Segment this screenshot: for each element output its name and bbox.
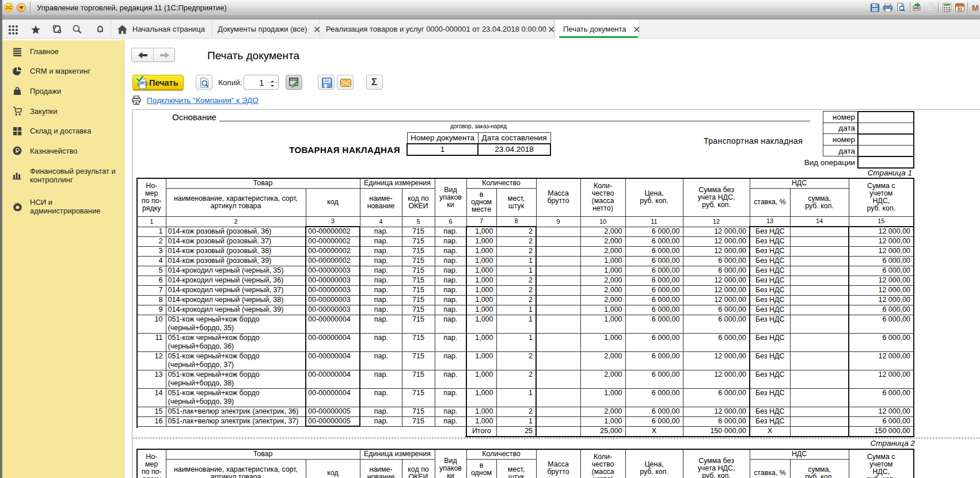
svg-text:я: я: [135, 101, 138, 105]
svg-text:31: 31: [957, 6, 963, 12]
